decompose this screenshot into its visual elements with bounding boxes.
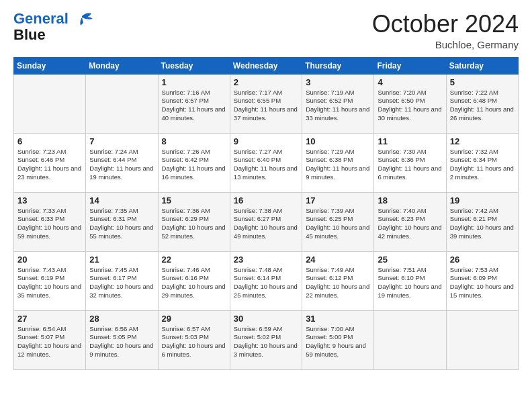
calendar-cell: 14Sunrise: 7:35 AM Sunset: 6:31 PM Dayli… xyxy=(86,192,158,251)
cell-details: Sunrise: 7:19 AM Sunset: 6:52 PM Dayligh… xyxy=(306,89,371,123)
calendar-cell: 15Sunrise: 7:36 AM Sunset: 6:29 PM Dayli… xyxy=(158,192,230,251)
calendar-cell xyxy=(374,310,446,369)
day-number: 3 xyxy=(306,77,371,87)
col-monday: Monday xyxy=(86,57,158,74)
calendar-week-4: 27Sunrise: 6:54 AM Sunset: 5:07 PM Dayli… xyxy=(14,310,519,369)
calendar-cell: 23Sunrise: 7:48 AM Sunset: 6:14 PM Dayli… xyxy=(230,251,302,310)
calendar-cell: 25Sunrise: 7:51 AM Sunset: 6:10 PM Dayli… xyxy=(374,251,446,310)
calendar-cell: 7Sunrise: 7:24 AM Sunset: 6:44 PM Daylig… xyxy=(86,133,158,192)
day-number: 24 xyxy=(306,255,371,265)
cell-details: Sunrise: 6:54 AM Sunset: 5:07 PM Dayligh… xyxy=(17,325,83,359)
col-tuesday: Tuesday xyxy=(158,57,230,74)
calendar-cell: 30Sunrise: 6:59 AM Sunset: 5:02 PM Dayli… xyxy=(230,310,302,369)
calendar-cell xyxy=(446,310,518,369)
cell-details: Sunrise: 7:17 AM Sunset: 6:55 PM Dayligh… xyxy=(234,89,299,123)
day-number: 26 xyxy=(450,255,515,265)
calendar-cell: 9Sunrise: 7:27 AM Sunset: 6:40 PM Daylig… xyxy=(230,133,302,192)
cell-details: Sunrise: 7:51 AM Sunset: 6:10 PM Dayligh… xyxy=(378,266,443,300)
header: GeneralBlue October 2024 Buchloe, German… xyxy=(13,11,519,50)
day-number: 7 xyxy=(89,136,154,146)
calendar-week-3: 20Sunrise: 7:43 AM Sunset: 6:19 PM Dayli… xyxy=(14,251,519,310)
cell-details: Sunrise: 7:38 AM Sunset: 6:27 PM Dayligh… xyxy=(234,207,299,241)
cell-details: Sunrise: 7:20 AM Sunset: 6:50 PM Dayligh… xyxy=(378,89,443,123)
day-number: 9 xyxy=(234,136,299,146)
calendar-cell: 31Sunrise: 7:00 AM Sunset: 5:00 PM Dayli… xyxy=(302,310,374,369)
day-number: 29 xyxy=(162,314,227,324)
calendar-cell: 3Sunrise: 7:19 AM Sunset: 6:52 PM Daylig… xyxy=(302,74,374,133)
day-number: 13 xyxy=(17,195,83,205)
cell-details: Sunrise: 7:22 AM Sunset: 6:48 PM Dayligh… xyxy=(450,89,515,123)
cell-details: Sunrise: 7:24 AM Sunset: 6:44 PM Dayligh… xyxy=(89,148,154,182)
cell-details: Sunrise: 7:49 AM Sunset: 6:12 PM Dayligh… xyxy=(306,266,371,300)
cell-details: Sunrise: 7:48 AM Sunset: 6:14 PM Dayligh… xyxy=(234,266,299,300)
day-number: 12 xyxy=(450,136,515,146)
col-wednesday: Wednesday xyxy=(230,57,302,74)
calendar-week-1: 6Sunrise: 7:23 AM Sunset: 6:46 PM Daylig… xyxy=(14,133,519,192)
calendar-cell: 10Sunrise: 7:29 AM Sunset: 6:38 PM Dayli… xyxy=(302,133,374,192)
calendar-cell: 2Sunrise: 7:17 AM Sunset: 6:55 PM Daylig… xyxy=(230,74,302,133)
cell-details: Sunrise: 7:16 AM Sunset: 6:57 PM Dayligh… xyxy=(162,89,227,123)
calendar-cell: 12Sunrise: 7:32 AM Sunset: 6:34 PM Dayli… xyxy=(446,133,518,192)
calendar-week-0: 1Sunrise: 7:16 AM Sunset: 6:57 PM Daylig… xyxy=(14,74,519,133)
calendar-table: Sunday Monday Tuesday Wednesday Thursday… xyxy=(13,57,519,370)
cell-details: Sunrise: 6:59 AM Sunset: 5:02 PM Dayligh… xyxy=(234,325,299,359)
cell-details: Sunrise: 7:32 AM Sunset: 6:34 PM Dayligh… xyxy=(450,148,515,182)
day-number: 8 xyxy=(162,136,227,146)
day-number: 17 xyxy=(306,195,371,205)
cell-details: Sunrise: 7:00 AM Sunset: 5:00 PM Dayligh… xyxy=(306,325,371,359)
col-sunday: Sunday xyxy=(14,57,86,74)
cell-details: Sunrise: 7:27 AM Sunset: 6:40 PM Dayligh… xyxy=(234,148,299,182)
calendar-cell: 6Sunrise: 7:23 AM Sunset: 6:46 PM Daylig… xyxy=(14,133,86,192)
day-number: 16 xyxy=(234,195,299,205)
calendar-cell: 26Sunrise: 7:53 AM Sunset: 6:09 PM Dayli… xyxy=(446,251,518,310)
day-number: 30 xyxy=(234,314,299,324)
cell-details: Sunrise: 7:46 AM Sunset: 6:16 PM Dayligh… xyxy=(162,266,227,300)
calendar-page: GeneralBlue October 2024 Buchloe, German… xyxy=(0,0,532,411)
cell-details: Sunrise: 7:45 AM Sunset: 6:17 PM Dayligh… xyxy=(89,266,154,300)
calendar-cell: 13Sunrise: 7:33 AM Sunset: 6:33 PM Dayli… xyxy=(14,192,86,251)
day-number: 18 xyxy=(378,195,443,205)
logo-text: GeneralBlue xyxy=(13,11,69,43)
logo-bird-icon xyxy=(70,11,94,31)
calendar-cell: 27Sunrise: 6:54 AM Sunset: 5:07 PM Dayli… xyxy=(14,310,86,369)
calendar-cell: 29Sunrise: 6:57 AM Sunset: 5:03 PM Dayli… xyxy=(158,310,230,369)
calendar-cell: 5Sunrise: 7:22 AM Sunset: 6:48 PM Daylig… xyxy=(446,74,518,133)
calendar-cell: 24Sunrise: 7:49 AM Sunset: 6:12 PM Dayli… xyxy=(302,251,374,310)
col-friday: Friday xyxy=(374,57,446,74)
day-number: 14 xyxy=(89,195,154,205)
cell-details: Sunrise: 7:43 AM Sunset: 6:19 PM Dayligh… xyxy=(17,266,83,300)
day-number: 20 xyxy=(17,255,83,265)
calendar-cell xyxy=(86,74,158,133)
calendar-cell: 16Sunrise: 7:38 AM Sunset: 6:27 PM Dayli… xyxy=(230,192,302,251)
cell-details: Sunrise: 7:23 AM Sunset: 6:46 PM Dayligh… xyxy=(17,148,83,182)
day-number: 4 xyxy=(378,77,443,87)
calendar-cell xyxy=(14,74,86,133)
day-number: 1 xyxy=(162,77,227,87)
cell-details: Sunrise: 7:26 AM Sunset: 6:42 PM Dayligh… xyxy=(162,148,227,182)
calendar-cell: 17Sunrise: 7:39 AM Sunset: 6:25 PM Dayli… xyxy=(302,192,374,251)
day-number: 19 xyxy=(450,195,515,205)
day-number: 10 xyxy=(306,136,371,146)
calendar-cell: 21Sunrise: 7:45 AM Sunset: 6:17 PM Dayli… xyxy=(86,251,158,310)
calendar-cell: 18Sunrise: 7:40 AM Sunset: 6:23 PM Dayli… xyxy=(374,192,446,251)
day-number: 28 xyxy=(89,314,154,324)
cell-details: Sunrise: 7:29 AM Sunset: 6:38 PM Dayligh… xyxy=(306,148,371,182)
calendar-week-2: 13Sunrise: 7:33 AM Sunset: 6:33 PM Dayli… xyxy=(14,192,519,251)
day-number: 15 xyxy=(162,195,227,205)
day-number: 31 xyxy=(306,314,371,324)
day-number: 2 xyxy=(234,77,299,87)
cell-details: Sunrise: 7:42 AM Sunset: 6:21 PM Dayligh… xyxy=(450,207,515,241)
location-subtitle: Buchloe, Germany xyxy=(372,39,519,50)
day-number: 21 xyxy=(89,255,154,265)
cell-details: Sunrise: 7:30 AM Sunset: 6:36 PM Dayligh… xyxy=(378,148,443,182)
cell-details: Sunrise: 7:40 AM Sunset: 6:23 PM Dayligh… xyxy=(378,207,443,241)
logo: GeneralBlue xyxy=(13,11,94,43)
day-number: 25 xyxy=(378,255,443,265)
calendar-cell: 19Sunrise: 7:42 AM Sunset: 6:21 PM Dayli… xyxy=(446,192,518,251)
cell-details: Sunrise: 7:53 AM Sunset: 6:09 PM Dayligh… xyxy=(450,266,515,300)
col-thursday: Thursday xyxy=(302,57,374,74)
day-number: 5 xyxy=(450,77,515,87)
day-number: 22 xyxy=(162,255,227,265)
day-number: 23 xyxy=(234,255,299,265)
col-saturday: Saturday xyxy=(446,57,518,74)
